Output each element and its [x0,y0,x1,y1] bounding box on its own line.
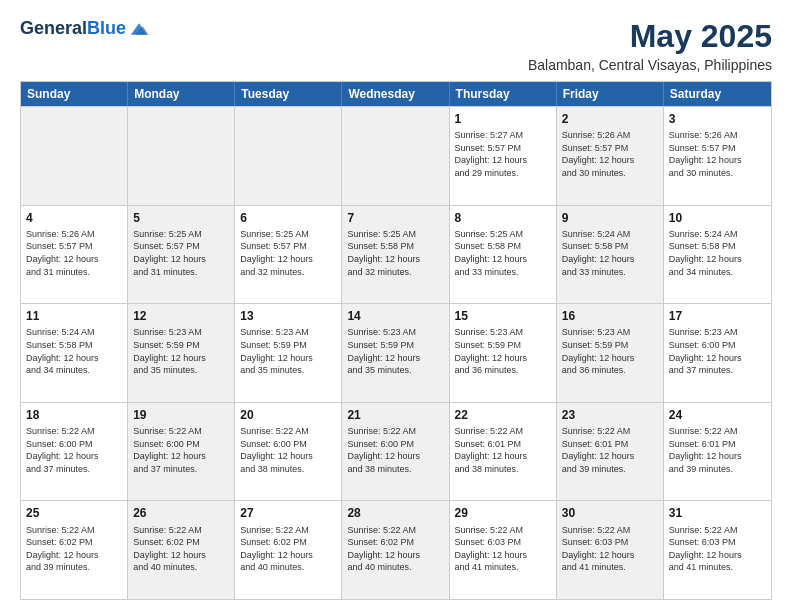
day-info: Sunrise: 5:22 AM Sunset: 6:02 PM Dayligh… [133,524,229,574]
day-number: 26 [133,505,229,521]
calendar-cell: 2Sunrise: 5:26 AM Sunset: 5:57 PM Daylig… [557,107,664,205]
day-number: 10 [669,210,766,226]
calendar-cell: 23Sunrise: 5:22 AM Sunset: 6:01 PM Dayli… [557,403,664,501]
calendar-cell: 4Sunrise: 5:26 AM Sunset: 5:57 PM Daylig… [21,206,128,304]
calendar-cell: 21Sunrise: 5:22 AM Sunset: 6:00 PM Dayli… [342,403,449,501]
day-info: Sunrise: 5:27 AM Sunset: 5:57 PM Dayligh… [455,129,551,179]
day-number: 11 [26,308,122,324]
calendar-cell: 6Sunrise: 5:25 AM Sunset: 5:57 PM Daylig… [235,206,342,304]
calendar-cell: 26Sunrise: 5:22 AM Sunset: 6:02 PM Dayli… [128,501,235,599]
day-info: Sunrise: 5:22 AM Sunset: 6:02 PM Dayligh… [26,524,122,574]
day-number: 5 [133,210,229,226]
day-number: 8 [455,210,551,226]
main-title: May 2025 [528,18,772,55]
calendar-cell: 17Sunrise: 5:23 AM Sunset: 6:00 PM Dayli… [664,304,771,402]
calendar-cell: 28Sunrise: 5:22 AM Sunset: 6:02 PM Dayli… [342,501,449,599]
calendar-cell [235,107,342,205]
calendar-cell: 27Sunrise: 5:22 AM Sunset: 6:02 PM Dayli… [235,501,342,599]
day-info: Sunrise: 5:25 AM Sunset: 5:57 PM Dayligh… [240,228,336,278]
calendar-cell [128,107,235,205]
day-info: Sunrise: 5:22 AM Sunset: 6:00 PM Dayligh… [240,425,336,475]
day-info: Sunrise: 5:22 AM Sunset: 6:02 PM Dayligh… [347,524,443,574]
day-info: Sunrise: 5:22 AM Sunset: 6:00 PM Dayligh… [347,425,443,475]
day-number: 19 [133,407,229,423]
day-number: 14 [347,308,443,324]
day-number: 29 [455,505,551,521]
calendar-cell: 25Sunrise: 5:22 AM Sunset: 6:02 PM Dayli… [21,501,128,599]
day-number: 2 [562,111,658,127]
day-number: 12 [133,308,229,324]
day-number: 20 [240,407,336,423]
day-info: Sunrise: 5:22 AM Sunset: 6:00 PM Dayligh… [26,425,122,475]
day-number: 6 [240,210,336,226]
day-info: Sunrise: 5:23 AM Sunset: 6:00 PM Dayligh… [669,326,766,376]
day-info: Sunrise: 5:24 AM Sunset: 5:58 PM Dayligh… [669,228,766,278]
calendar-cell: 12Sunrise: 5:23 AM Sunset: 5:59 PM Dayli… [128,304,235,402]
day-info: Sunrise: 5:26 AM Sunset: 5:57 PM Dayligh… [562,129,658,179]
day-number: 22 [455,407,551,423]
day-info: Sunrise: 5:23 AM Sunset: 5:59 PM Dayligh… [133,326,229,376]
day-info: Sunrise: 5:22 AM Sunset: 6:01 PM Dayligh… [455,425,551,475]
calendar-cell: 29Sunrise: 5:22 AM Sunset: 6:03 PM Dayli… [450,501,557,599]
day-number: 16 [562,308,658,324]
calendar-header: SundayMondayTuesdayWednesdayThursdayFrid… [21,82,771,106]
calendar-cell: 30Sunrise: 5:22 AM Sunset: 6:03 PM Dayli… [557,501,664,599]
day-number: 13 [240,308,336,324]
day-number: 3 [669,111,766,127]
calendar-cell: 3Sunrise: 5:26 AM Sunset: 5:57 PM Daylig… [664,107,771,205]
title-block: May 2025 Balamban, Central Visayas, Phil… [528,18,772,73]
calendar-cell: 7Sunrise: 5:25 AM Sunset: 5:58 PM Daylig… [342,206,449,304]
day-info: Sunrise: 5:22 AM Sunset: 6:03 PM Dayligh… [455,524,551,574]
calendar-cell: 13Sunrise: 5:23 AM Sunset: 5:59 PM Dayli… [235,304,342,402]
day-info: Sunrise: 5:25 AM Sunset: 5:57 PM Dayligh… [133,228,229,278]
day-info: Sunrise: 5:26 AM Sunset: 5:57 PM Dayligh… [26,228,122,278]
weekday-header: Friday [557,82,664,106]
day-number: 18 [26,407,122,423]
day-info: Sunrise: 5:23 AM Sunset: 5:59 PM Dayligh… [455,326,551,376]
calendar-cell: 20Sunrise: 5:22 AM Sunset: 6:00 PM Dayli… [235,403,342,501]
day-info: Sunrise: 5:25 AM Sunset: 5:58 PM Dayligh… [455,228,551,278]
calendar-row: 1Sunrise: 5:27 AM Sunset: 5:57 PM Daylig… [21,106,771,205]
day-info: Sunrise: 5:22 AM Sunset: 6:02 PM Dayligh… [240,524,336,574]
day-number: 9 [562,210,658,226]
day-number: 17 [669,308,766,324]
calendar-cell: 22Sunrise: 5:22 AM Sunset: 6:01 PM Dayli… [450,403,557,501]
calendar-row: 4Sunrise: 5:26 AM Sunset: 5:57 PM Daylig… [21,205,771,304]
calendar-cell: 14Sunrise: 5:23 AM Sunset: 5:59 PM Dayli… [342,304,449,402]
weekday-header: Monday [128,82,235,106]
day-number: 31 [669,505,766,521]
subtitle: Balamban, Central Visayas, Philippines [528,57,772,73]
calendar-cell: 1Sunrise: 5:27 AM Sunset: 5:57 PM Daylig… [450,107,557,205]
calendar-cell [342,107,449,205]
day-number: 21 [347,407,443,423]
day-number: 23 [562,407,658,423]
calendar-cell: 31Sunrise: 5:22 AM Sunset: 6:03 PM Dayli… [664,501,771,599]
day-info: Sunrise: 5:22 AM Sunset: 6:03 PM Dayligh… [562,524,658,574]
weekday-header: Sunday [21,82,128,106]
logo-blue: Blue [87,18,126,38]
day-info: Sunrise: 5:22 AM Sunset: 6:01 PM Dayligh… [562,425,658,475]
calendar-row: 11Sunrise: 5:24 AM Sunset: 5:58 PM Dayli… [21,303,771,402]
day-info: Sunrise: 5:23 AM Sunset: 5:59 PM Dayligh… [240,326,336,376]
day-info: Sunrise: 5:22 AM Sunset: 6:03 PM Dayligh… [669,524,766,574]
day-number: 15 [455,308,551,324]
page: GeneralBlue May 2025 Balamban, Central V… [0,0,792,612]
calendar-cell: 16Sunrise: 5:23 AM Sunset: 5:59 PM Dayli… [557,304,664,402]
weekday-header: Thursday [450,82,557,106]
day-info: Sunrise: 5:24 AM Sunset: 5:58 PM Dayligh… [562,228,658,278]
calendar: SundayMondayTuesdayWednesdayThursdayFrid… [20,81,772,600]
day-info: Sunrise: 5:24 AM Sunset: 5:58 PM Dayligh… [26,326,122,376]
day-number: 25 [26,505,122,521]
weekday-header: Saturday [664,82,771,106]
calendar-cell: 15Sunrise: 5:23 AM Sunset: 5:59 PM Dayli… [450,304,557,402]
day-info: Sunrise: 5:23 AM Sunset: 5:59 PM Dayligh… [562,326,658,376]
day-info: Sunrise: 5:22 AM Sunset: 6:01 PM Dayligh… [669,425,766,475]
logo: GeneralBlue [20,18,150,40]
day-info: Sunrise: 5:25 AM Sunset: 5:58 PM Dayligh… [347,228,443,278]
weekday-header: Tuesday [235,82,342,106]
day-info: Sunrise: 5:23 AM Sunset: 5:59 PM Dayligh… [347,326,443,376]
day-number: 1 [455,111,551,127]
day-info: Sunrise: 5:26 AM Sunset: 5:57 PM Dayligh… [669,129,766,179]
header: GeneralBlue May 2025 Balamban, Central V… [20,18,772,73]
calendar-cell: 9Sunrise: 5:24 AM Sunset: 5:58 PM Daylig… [557,206,664,304]
